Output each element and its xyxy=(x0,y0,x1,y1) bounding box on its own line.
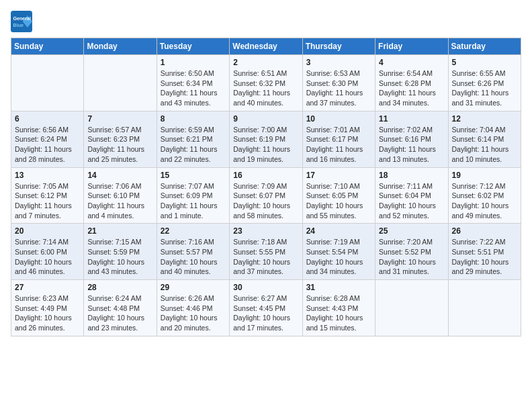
calendar-week-5: 27Sunrise: 6:23 AMSunset: 4:49 PMDayligh… xyxy=(11,280,521,336)
day-info: Sunrise: 7:06 AMSunset: 6:10 PMDaylight:… xyxy=(87,181,152,221)
calendar-cell: 7Sunrise: 6:57 AMSunset: 6:23 PMDaylight… xyxy=(84,111,157,167)
calendar-cell: 8Sunrise: 6:59 AMSunset: 6:21 PMDaylight… xyxy=(157,111,229,167)
day-info: Sunrise: 7:05 AMSunset: 6:12 PMDaylight:… xyxy=(15,181,80,221)
weekday-header-tuesday: Tuesday xyxy=(157,38,229,55)
calendar-cell: 14Sunrise: 7:06 AMSunset: 6:10 PMDayligh… xyxy=(84,167,157,224)
day-number: 28 xyxy=(87,283,152,292)
day-number: 1 xyxy=(161,58,226,67)
calendar-cell: 3Sunrise: 6:53 AMSunset: 6:30 PMDaylight… xyxy=(302,55,375,111)
day-info: Sunrise: 6:54 AMSunset: 6:28 PMDaylight:… xyxy=(379,68,444,108)
day-number: 9 xyxy=(233,114,298,124)
day-info: Sunrise: 7:10 AMSunset: 6:05 PMDaylight:… xyxy=(306,181,371,221)
day-info: Sunrise: 7:22 AMSunset: 5:51 PMDaylight:… xyxy=(452,237,517,277)
day-info: Sunrise: 6:26 AMSunset: 4:46 PMDaylight:… xyxy=(161,293,226,333)
calendar-cell: 25Sunrise: 7:20 AMSunset: 5:52 PMDayligh… xyxy=(375,224,448,280)
calendar-cell: 4Sunrise: 6:54 AMSunset: 6:28 PMDaylight… xyxy=(375,55,448,111)
day-number: 20 xyxy=(15,226,80,236)
calendar-cell: 19Sunrise: 7:12 AMSunset: 6:02 PMDayligh… xyxy=(448,167,521,224)
logo-icon: General Blue xyxy=(11,11,32,32)
day-number: 4 xyxy=(379,58,444,67)
day-number: 30 xyxy=(233,283,298,292)
weekday-header-friday: Friday xyxy=(375,38,448,55)
day-info: Sunrise: 7:00 AMSunset: 6:19 PMDaylight:… xyxy=(233,125,298,165)
day-info: Sunrise: 6:28 AMSunset: 4:43 PMDaylight:… xyxy=(306,293,371,333)
day-info: Sunrise: 6:59 AMSunset: 6:21 PMDaylight:… xyxy=(161,125,226,165)
weekday-header-saturday: Saturday xyxy=(448,38,521,55)
day-info: Sunrise: 7:02 AMSunset: 6:16 PMDaylight:… xyxy=(379,125,444,165)
calendar-cell: 1Sunrise: 6:50 AMSunset: 6:34 PMDaylight… xyxy=(157,55,229,111)
day-info: Sunrise: 7:12 AMSunset: 6:02 PMDaylight:… xyxy=(452,181,517,221)
day-number: 10 xyxy=(306,114,371,124)
day-info: Sunrise: 6:55 AMSunset: 6:26 PMDaylight:… xyxy=(452,68,517,108)
day-info: Sunrise: 6:24 AMSunset: 4:48 PMDaylight:… xyxy=(87,293,152,333)
day-info: Sunrise: 6:53 AMSunset: 6:30 PMDaylight:… xyxy=(306,68,371,108)
weekday-header-monday: Monday xyxy=(84,38,157,55)
day-info: Sunrise: 6:50 AMSunset: 6:34 PMDaylight:… xyxy=(161,68,226,108)
day-info: Sunrise: 7:09 AMSunset: 6:07 PMDaylight:… xyxy=(233,181,298,221)
day-info: Sunrise: 7:11 AMSunset: 6:04 PMDaylight:… xyxy=(379,181,444,221)
calendar-cell: 6Sunrise: 6:56 AMSunset: 6:24 PMDaylight… xyxy=(11,111,84,167)
day-number: 27 xyxy=(15,283,80,292)
calendar-cell: 21Sunrise: 7:15 AMSunset: 5:59 PMDayligh… xyxy=(84,224,157,280)
day-info: Sunrise: 7:18 AMSunset: 5:55 PMDaylight:… xyxy=(233,237,298,277)
calendar-cell xyxy=(84,55,157,111)
calendar-cell xyxy=(375,280,448,336)
calendar-week-1: 1Sunrise: 6:50 AMSunset: 6:34 PMDaylight… xyxy=(11,55,521,111)
day-info: Sunrise: 7:19 AMSunset: 5:54 PMDaylight:… xyxy=(306,237,371,277)
calendar-cell: 28Sunrise: 6:24 AMSunset: 4:48 PMDayligh… xyxy=(84,280,157,336)
calendar-cell: 2Sunrise: 6:51 AMSunset: 6:32 PMDaylight… xyxy=(230,55,302,111)
calendar-cell: 24Sunrise: 7:19 AMSunset: 5:54 PMDayligh… xyxy=(302,224,375,280)
calendar-cell: 20Sunrise: 7:14 AMSunset: 6:00 PMDayligh… xyxy=(11,224,84,280)
day-number: 22 xyxy=(161,226,226,236)
day-number: 8 xyxy=(161,114,226,124)
day-number: 12 xyxy=(452,114,517,124)
logo: General Blue xyxy=(11,11,32,32)
day-info: Sunrise: 7:01 AMSunset: 6:17 PMDaylight:… xyxy=(306,125,371,165)
calendar-cell xyxy=(11,55,84,111)
svg-text:Blue: Blue xyxy=(13,23,24,28)
day-number: 21 xyxy=(87,226,152,236)
day-number: 29 xyxy=(161,283,226,292)
day-info: Sunrise: 6:23 AMSunset: 4:49 PMDaylight:… xyxy=(15,293,80,333)
calendar-cell: 17Sunrise: 7:10 AMSunset: 6:05 PMDayligh… xyxy=(302,167,375,224)
day-info: Sunrise: 6:57 AMSunset: 6:23 PMDaylight:… xyxy=(87,125,152,165)
page-header: General Blue xyxy=(11,11,521,32)
day-info: Sunrise: 7:20 AMSunset: 5:52 PMDaylight:… xyxy=(379,237,444,277)
calendar-cell: 31Sunrise: 6:28 AMSunset: 4:43 PMDayligh… xyxy=(302,280,375,336)
day-number: 26 xyxy=(452,226,517,236)
day-number: 15 xyxy=(161,171,226,180)
calendar-cell: 22Sunrise: 7:16 AMSunset: 5:57 PMDayligh… xyxy=(157,224,229,280)
day-number: 17 xyxy=(306,171,371,180)
calendar-table: SundayMondayTuesdayWednesdayThursdayFrid… xyxy=(11,38,521,336)
day-info: Sunrise: 7:07 AMSunset: 6:09 PMDaylight:… xyxy=(161,181,226,221)
day-info: Sunrise: 6:56 AMSunset: 6:24 PMDaylight:… xyxy=(15,125,80,165)
day-number: 11 xyxy=(379,114,444,124)
day-number: 6 xyxy=(15,114,80,124)
day-number: 16 xyxy=(233,171,298,180)
calendar-cell: 29Sunrise: 6:26 AMSunset: 4:46 PMDayligh… xyxy=(157,280,229,336)
day-info: Sunrise: 6:51 AMSunset: 6:32 PMDaylight:… xyxy=(233,68,298,108)
calendar-cell: 11Sunrise: 7:02 AMSunset: 6:16 PMDayligh… xyxy=(375,111,448,167)
day-info: Sunrise: 7:15 AMSunset: 5:59 PMDaylight:… xyxy=(87,237,152,277)
day-number: 14 xyxy=(87,171,152,180)
weekday-header-row: SundayMondayTuesdayWednesdayThursdayFrid… xyxy=(11,38,521,55)
weekday-header-sunday: Sunday xyxy=(11,38,84,55)
calendar-cell: 26Sunrise: 7:22 AMSunset: 5:51 PMDayligh… xyxy=(448,224,521,280)
day-number: 25 xyxy=(379,226,444,236)
calendar-cell: 10Sunrise: 7:01 AMSunset: 6:17 PMDayligh… xyxy=(302,111,375,167)
day-number: 3 xyxy=(306,58,371,67)
day-number: 23 xyxy=(233,226,298,236)
svg-text:General: General xyxy=(13,16,32,21)
calendar-week-3: 13Sunrise: 7:05 AMSunset: 6:12 PMDayligh… xyxy=(11,167,521,224)
day-info: Sunrise: 6:27 AMSunset: 4:45 PMDaylight:… xyxy=(233,293,298,333)
day-number: 5 xyxy=(452,58,517,67)
day-number: 18 xyxy=(379,171,444,180)
calendar-cell: 15Sunrise: 7:07 AMSunset: 6:09 PMDayligh… xyxy=(157,167,229,224)
calendar-week-4: 20Sunrise: 7:14 AMSunset: 6:00 PMDayligh… xyxy=(11,224,521,280)
calendar-cell: 13Sunrise: 7:05 AMSunset: 6:12 PMDayligh… xyxy=(11,167,84,224)
calendar-week-2: 6Sunrise: 6:56 AMSunset: 6:24 PMDaylight… xyxy=(11,111,521,167)
day-number: 7 xyxy=(87,114,152,124)
weekday-header-thursday: Thursday xyxy=(302,38,375,55)
day-info: Sunrise: 7:16 AMSunset: 5:57 PMDaylight:… xyxy=(161,237,226,277)
calendar-cell: 27Sunrise: 6:23 AMSunset: 4:49 PMDayligh… xyxy=(11,280,84,336)
